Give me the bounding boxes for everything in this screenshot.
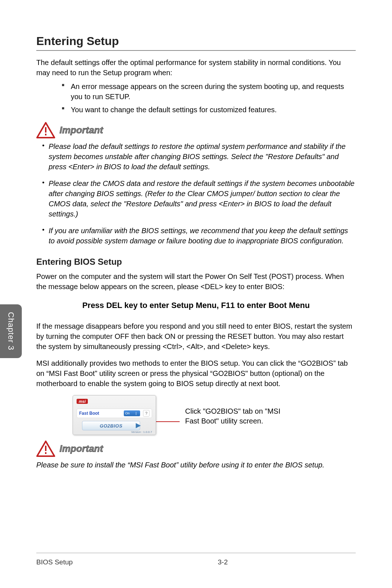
chapter-tab: Chapter 3 xyxy=(0,304,22,358)
important-block-1: Important Please load the default settin… xyxy=(36,122,356,246)
go2bios-button[interactable]: GO2BIOS xyxy=(82,421,140,430)
list-item: Please clear the CMOS data and restore t… xyxy=(42,178,356,219)
msi-fast-boot-window: msi Fast Boot On ? GO2BIOS Version : 1.0… xyxy=(73,395,156,435)
important-label: Important xyxy=(60,443,103,454)
page-title: Entering Setup xyxy=(36,35,356,51)
important-label: Important xyxy=(60,125,103,136)
intro-paragraph: The default settings offer the optimal p… xyxy=(36,57,356,78)
important-header: Important xyxy=(36,441,356,457)
intro-bullet-list: An error message appears on the screen d… xyxy=(36,81,356,115)
fast-boot-row: Fast Boot On ? xyxy=(77,409,152,418)
important-block-2: Important Please be sure to install the … xyxy=(36,441,356,470)
footer-section: BIOS Setup xyxy=(36,558,174,566)
list-item: An error message appears on the screen d… xyxy=(62,81,356,102)
svg-rect-3 xyxy=(45,452,46,454)
list-item: You want to change the default settings … xyxy=(62,105,356,115)
body-paragraph: MSI additionally provides two methods to… xyxy=(36,358,356,389)
chapter-tab-label: Chapter 3 xyxy=(6,312,16,350)
boot-message: Press DEL key to enter Setup Menu, F11 t… xyxy=(58,301,334,310)
page-footer: BIOS Setup 3-2 xyxy=(36,553,356,566)
important-list: Please load the default settings to rest… xyxy=(36,141,356,246)
body-paragraph: If the message disappears before you res… xyxy=(36,321,356,352)
arrow-right-icon xyxy=(136,423,141,428)
page-content: Entering Setup The default settings offe… xyxy=(0,0,392,497)
help-icon[interactable]: ? xyxy=(143,410,150,417)
important-header: Important xyxy=(36,122,356,138)
footer-page-number: 3-2 xyxy=(174,558,356,566)
utility-figure: msi Fast Boot On ? GO2BIOS Version : 1.0… xyxy=(73,395,356,435)
body-paragraph: Power on the computer and the system wil… xyxy=(36,271,356,292)
svg-rect-1 xyxy=(45,134,46,135)
list-item: Please load the default settings to rest… xyxy=(42,141,356,172)
sub-heading: Entering BIOS Setup xyxy=(36,257,356,267)
fast-boot-toggle[interactable]: On xyxy=(124,410,140,416)
warning-icon xyxy=(36,441,55,457)
warning-icon xyxy=(36,122,55,138)
important-text: Please be sure to install the “MSI Fast … xyxy=(36,460,356,470)
list-item: If you are unfamiliar with the BIOS sett… xyxy=(42,226,356,246)
fast-boot-label: Fast Boot xyxy=(79,411,121,416)
svg-rect-0 xyxy=(45,127,46,133)
go2bios-label: GO2BIOS xyxy=(100,423,123,429)
svg-rect-2 xyxy=(45,446,46,451)
version-label: Version : 1.0.0.7 xyxy=(131,430,152,434)
msi-logo: msi xyxy=(77,399,88,404)
callout-text: Click "GO2BIOS" tab on "MSI Fast Boot" u… xyxy=(185,406,287,426)
